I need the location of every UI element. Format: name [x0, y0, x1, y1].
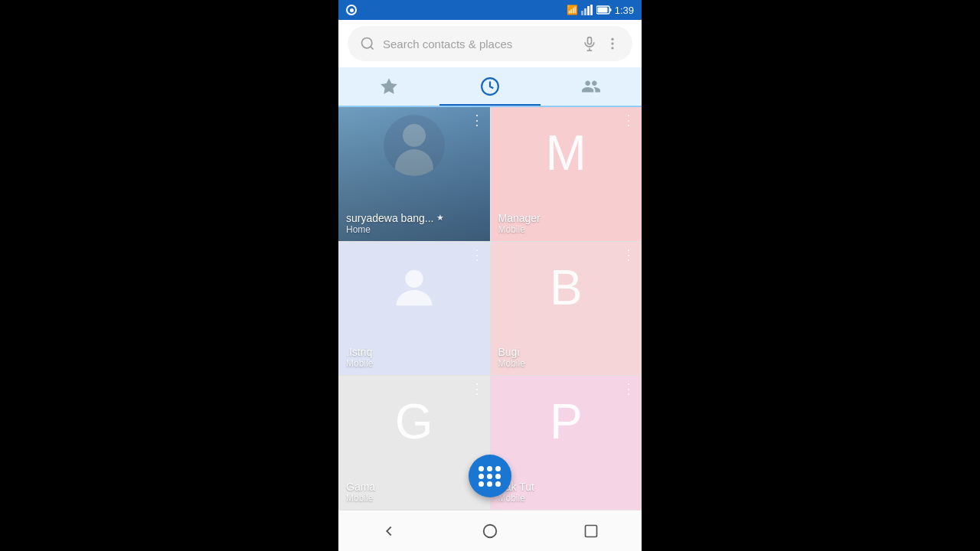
- contact-avatar-3: [338, 257, 490, 318]
- svg-rect-1: [584, 8, 586, 15]
- search-bar-container: Search contacts & places: [338, 20, 642, 67]
- tile-menu-2[interactable]: ⋮: [622, 113, 635, 127]
- status-bar-right: 📶 1:39: [567, 5, 634, 16]
- tile-menu-1[interactable]: ⋮: [470, 113, 484, 127]
- dialpad-fab[interactable]: [469, 455, 511, 497]
- contact-info-6: Mobile: [498, 493, 635, 504]
- svg-rect-5: [597, 8, 607, 13]
- contact-tile-5[interactable]: G ⋮ Gama Mobile: [338, 376, 490, 510]
- contact-info-4: Mobile: [498, 358, 635, 369]
- svg-point-14: [611, 47, 613, 49]
- contact-tile-4[interactable]: B ⋮ Bugi Mobile: [491, 242, 642, 376]
- contact-letter-2: M: [546, 129, 586, 178]
- status-bar: 📶 1:39: [338, 0, 642, 20]
- people-icon: [581, 77, 601, 96]
- contact-name-5: Gama: [346, 481, 482, 493]
- svg-rect-6: [609, 8, 611, 11]
- svg-rect-3: [590, 5, 593, 15]
- contact-info-1: Home: [346, 224, 482, 235]
- contact-name-4: Bugi: [498, 346, 635, 358]
- tile-menu-4[interactable]: ⋮: [622, 248, 635, 262]
- person-icon-3: [387, 261, 441, 315]
- recents-button[interactable]: [573, 513, 609, 549]
- tab-recent[interactable]: [439, 67, 541, 106]
- tile-menu-5[interactable]: ⋮: [470, 382, 484, 396]
- contact-name-6: Pak Tut: [498, 481, 635, 493]
- time-display: 1:39: [615, 5, 634, 16]
- signal-icon: [346, 5, 357, 15]
- cast-icon: 📶: [567, 5, 578, 15]
- star-badge-1: ★: [436, 213, 444, 223]
- tile-menu-3[interactable]: ⋮: [470, 248, 484, 262]
- contact-letter-6: P: [550, 397, 583, 446]
- contact-name-1: suryadewa bang... ★: [346, 212, 482, 224]
- status-bar-left: [346, 5, 357, 15]
- search-icon: [360, 36, 375, 51]
- clock-icon: [480, 77, 500, 96]
- search-placeholder: Search contacts & places: [383, 37, 574, 51]
- svg-marker-15: [381, 78, 397, 94]
- tab-bar: [338, 67, 642, 107]
- svg-rect-2: [587, 6, 590, 15]
- contact-letter-4: B: [550, 263, 583, 312]
- home-button[interactable]: [472, 513, 508, 549]
- contact-avatar-6: P: [491, 391, 642, 452]
- svg-point-13: [611, 42, 613, 44]
- contact-avatar-4: B: [491, 257, 642, 318]
- dialpad-icon: [479, 466, 501, 487]
- contact-tile-6[interactable]: P ⋮ Pak Tut Mobile: [491, 376, 642, 510]
- home-circle-icon: [482, 523, 498, 540]
- contact-tile-3[interactable]: ⋮ .Istriq Mobile: [338, 242, 490, 376]
- contact-avatar-5: G: [338, 391, 490, 452]
- svg-line-8: [371, 47, 374, 50]
- tab-favorites[interactable]: [338, 67, 439, 106]
- tile-menu-6[interactable]: ⋮: [622, 382, 635, 396]
- svg-point-12: [611, 38, 613, 41]
- search-input-box[interactable]: Search contacts & places: [348, 26, 632, 61]
- signal-bars-icon: [581, 5, 593, 15]
- microphone-icon[interactable]: [582, 36, 597, 51]
- back-button[interactable]: [371, 513, 407, 549]
- contact-tile-2[interactable]: M ⋮ Manager Mobile: [491, 107, 642, 241]
- more-options-icon[interactable]: [605, 36, 620, 51]
- star-icon: [379, 77, 399, 96]
- svg-point-17: [405, 269, 423, 287]
- svg-rect-9: [588, 37, 592, 44]
- contact-name-3: .Istriq: [346, 346, 482, 358]
- contact-avatar-2: M: [491, 122, 642, 184]
- svg-point-7: [362, 38, 372, 48]
- tab-contacts[interactable]: [541, 67, 642, 106]
- battery-icon: [596, 5, 612, 15]
- contact-info-5: Mobile: [346, 493, 482, 504]
- svg-rect-0: [581, 11, 583, 15]
- svg-point-18: [484, 524, 497, 537]
- back-icon: [381, 523, 397, 540]
- contact-info-3: Mobile: [346, 358, 482, 369]
- phone-frame: 📶 1:39 Search contacts & place: [338, 0, 642, 551]
- svg-rect-19: [586, 525, 597, 536]
- contact-info-2: Mobile: [498, 224, 635, 235]
- contact-tile-1[interactable]: ⋮ suryadewa bang... ★ Home: [338, 107, 490, 241]
- contacts-grid: ⋮ suryadewa bang... ★ Home M ⋮ Manager M…: [338, 107, 642, 510]
- recents-square-icon: [583, 523, 599, 539]
- contact-letter-5: G: [395, 397, 433, 446]
- contact-name-2: Manager: [498, 212, 635, 224]
- nav-bar: [338, 510, 642, 551]
